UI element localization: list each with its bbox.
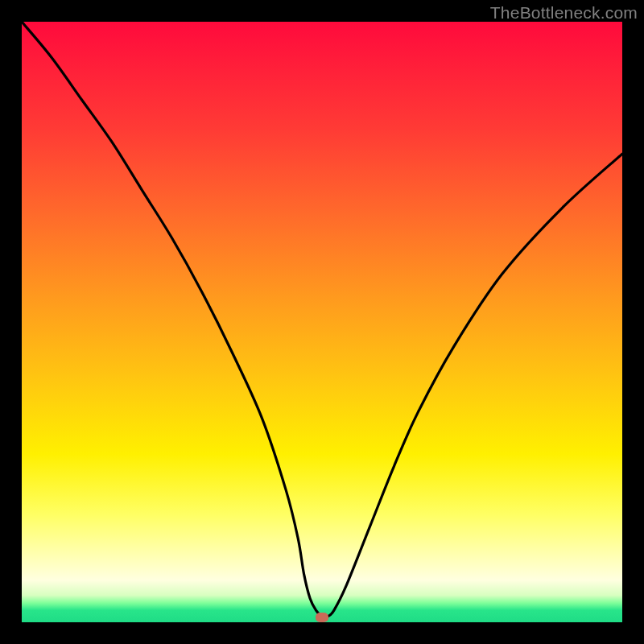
- chart-frame: TheBottleneck.com: [0, 0, 644, 644]
- bottleneck-curve: [22, 22, 622, 622]
- plot-area: [22, 22, 622, 622]
- watermark-text: TheBottleneck.com: [490, 3, 638, 23]
- minimum-marker: [316, 613, 328, 622]
